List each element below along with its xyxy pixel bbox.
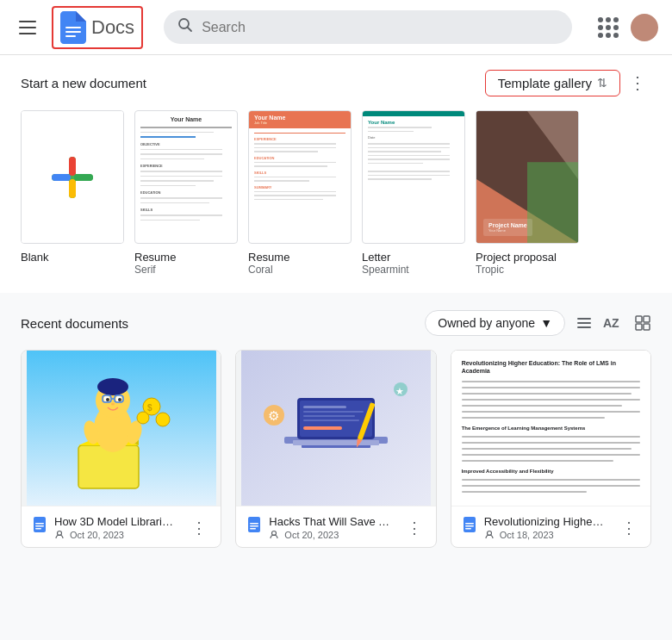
header-right: [593, 12, 658, 43]
template-project-sub: Tropic: [476, 264, 504, 276]
doc-date-row-0: Oct 20, 2023: [54, 530, 175, 540]
svg-point-32: [106, 398, 109, 401]
doc-more-button-2[interactable]: ⋮: [618, 517, 640, 539]
app-header: Docs: [0, 0, 672, 55]
doc-more-button-0[interactable]: ⋮: [188, 517, 210, 539]
svg-rect-2: [65, 35, 76, 37]
template-letter-name: Letter: [362, 251, 390, 264]
doc-date-1: Oct 20, 2023: [284, 530, 339, 540]
template-resume-coral[interactable]: Your Name Job Title EXPERIENCE EDUCATION…: [248, 110, 352, 276]
svg-rect-58: [303, 426, 342, 430]
doc-icon-0: [32, 517, 47, 536]
doc-meta-1: Hacks That Will Save You ... Oct 20, 202…: [246, 515, 389, 540]
doc-date-2: Oct 18, 2023: [500, 530, 554, 540]
grid-view-button[interactable]: [634, 314, 651, 332]
svg-rect-54: [303, 406, 346, 408]
template-blank[interactable]: Blank: [21, 110, 124, 276]
filter-label: Owned by anyone: [438, 316, 535, 330]
template-resume-serif[interactable]: Your Name OBJECTIVE EXPERIENCE EDUCATION…: [134, 110, 238, 276]
hamburger-menu[interactable]: [14, 12, 45, 43]
project-name-text: Project Name: [488, 222, 527, 228]
svg-point-33: [118, 398, 121, 401]
template-resume-coral-sub: Coral: [248, 264, 273, 276]
template-project-proposal[interactable]: Project Name Your Name Project proposal …: [476, 110, 579, 276]
search-icon: [177, 17, 193, 37]
app-name-label: Docs: [91, 16, 134, 39]
docs-file-icon: [32, 517, 47, 532]
shared-icon-1: [269, 530, 279, 540]
svg-rect-22: [644, 324, 650, 330]
doc3-text-preview: Revolutionizing Higher Education: The Ro…: [451, 351, 650, 506]
svg-rect-16: [577, 322, 591, 324]
svg-rect-55: [303, 411, 364, 413]
avatar[interactable]: [631, 14, 658, 41]
doc-info-2: Revolutionizing Higher E... Oct 18, 2023…: [451, 506, 650, 547]
template-resume-serif-name: Resume: [134, 251, 176, 264]
owned-by-filter-button[interactable]: Owned by anyone ▼: [425, 310, 565, 336]
template-resume-coral-name: Resume: [248, 251, 289, 264]
list-view-button[interactable]: [576, 314, 593, 332]
doc-card-0[interactable]: $ How 3D Model: [21, 350, 221, 548]
template-resume-serif-sub: Serif: [134, 264, 156, 276]
google-apps-button[interactable]: [593, 12, 624, 43]
list-view-icon: [576, 314, 593, 332]
doc-date-row-2: Oct 18, 2023: [484, 530, 605, 540]
svg-rect-46: [35, 525, 44, 527]
blank-plus-icon: [50, 155, 95, 200]
svg-rect-66: [248, 517, 260, 532]
doc-card-2[interactable]: Revolutionizing Higher Education: The Ro…: [451, 350, 651, 548]
shared-icon-0: [54, 530, 65, 540]
svg-rect-68: [250, 525, 258, 527]
doc-title-wrap-2: Revolutionizing Higher E... Oct 18, 2023: [484, 515, 605, 540]
sort-az-button[interactable]: AZ: [603, 314, 624, 332]
docs-icon: [60, 11, 86, 44]
svg-point-29: [97, 378, 128, 395]
view-icons-group: AZ: [576, 314, 651, 332]
recent-docs-grid: $ How 3D Model: [21, 350, 651, 548]
template-letter-spearmint[interactable]: Your Name Date: [362, 110, 465, 276]
doc-card-1[interactable]: ⚙ ★ Hacks That W: [235, 350, 436, 548]
doc3-subtitle-1: The Emergence of Learning Management Sys…: [462, 426, 640, 431]
doc-info-0: How 3D Model Libraries ... Oct 20, 2023 …: [22, 506, 221, 547]
resume-serif-name: Your Name: [140, 116, 232, 122]
doc-more-button-1[interactable]: ⋮: [403, 517, 426, 539]
svg-point-37: [111, 403, 115, 406]
svg-rect-7: [69, 157, 76, 176]
svg-rect-74: [465, 528, 471, 530]
doc-date-0: Oct 20, 2023: [70, 530, 124, 540]
project-name-box: Project Name Your Name: [483, 219, 532, 236]
templates-row: Blank Your Name OBJECTIVE EXPERIENCE EDU…: [21, 110, 651, 276]
svg-rect-1: [65, 31, 81, 33]
template-project-name: Project proposal: [476, 251, 557, 264]
grid-view-icon: [634, 314, 651, 332]
svg-text:⚙: ⚙: [268, 408, 279, 423]
template-gallery-button[interactable]: Template gallery ⇅: [485, 70, 620, 96]
template-blank-name: Blank: [21, 251, 49, 264]
svg-text:AZ: AZ: [603, 316, 619, 330]
svg-rect-9: [52, 174, 71, 181]
app-logo: Docs: [52, 6, 143, 49]
new-doc-title: Start a new document: [21, 76, 146, 90]
svg-rect-24: [78, 445, 139, 488]
svg-point-43: [137, 412, 149, 424]
doc2-illustration: ⚙ ★: [241, 351, 431, 506]
template-resume-serif-thumb: Your Name OBJECTIVE EXPERIENCE EDUCATION…: [134, 110, 238, 244]
new-doc-more-button[interactable]: ⋮: [624, 69, 651, 96]
template-letter-spearmint-thumb: Your Name Date: [362, 110, 465, 244]
doc-icon-2: [462, 517, 477, 536]
svg-rect-20: [644, 316, 650, 322]
svg-rect-44: [34, 517, 46, 532]
svg-rect-57: [303, 419, 359, 421]
doc-title-0: How 3D Model Libraries ...: [54, 515, 175, 528]
svg-rect-47: [35, 528, 41, 530]
svg-text:★: ★: [395, 386, 404, 396]
search-bar[interactable]: [164, 10, 572, 44]
search-input[interactable]: [202, 20, 558, 35]
template-blank-thumb: [21, 110, 124, 244]
doc-preview-1: ⚙ ★: [236, 351, 435, 506]
doc-info-1: Hacks That Will Save You ... Oct 20, 202…: [236, 506, 435, 547]
recent-title: Recent documents: [21, 316, 128, 331]
svg-rect-10: [74, 174, 93, 181]
recent-section: Recent documents Owned by anyone ▼: [0, 293, 672, 562]
filter-chevron-icon: ▼: [540, 316, 552, 330]
